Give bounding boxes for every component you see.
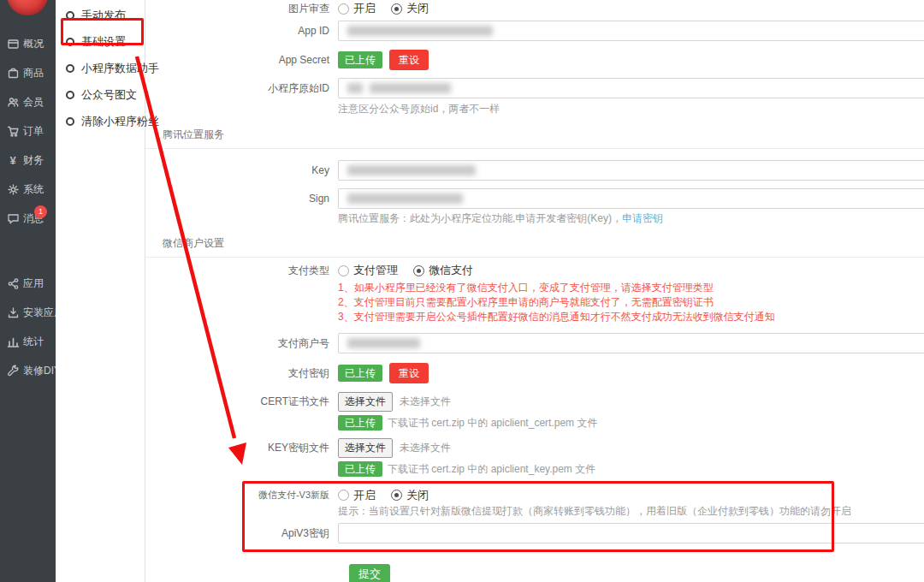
logo-avatar[interactable]	[7, 0, 48, 15]
apiv3-key-row: ApiV3密钥	[145, 523, 924, 543]
sidebar-item-label: 应用	[23, 276, 44, 291]
system-icon	[6, 183, 20, 196]
cert-file-choose-button[interactable]: 选择文件	[338, 392, 393, 412]
image-review-off-radio[interactable]	[391, 3, 402, 15]
original-id-input[interactable]	[338, 78, 924, 98]
v3-tip-text: 提示：当前设置只针对新版微信提现打款（商家转账到零钱功能），用着旧版（企业付款到…	[338, 505, 924, 518]
sidebar-item-statistics[interactable]: 统计	[0, 327, 56, 356]
v3-off-radio[interactable]	[391, 490, 402, 501]
sidebar-item-messages[interactable]: 消息 1	[0, 204, 56, 233]
pay-type-warning-notes: 1、如果小程序里已经没有了微信支付入口，变成了支付管理，请选择支付管理类型 2、…	[338, 281, 924, 324]
key-file-empty-text: 未选择文件	[400, 441, 451, 455]
sidebar-item-install-apps[interactable]: 安装应用	[0, 298, 56, 327]
key-file-row: KEY密钥文件 选择文件 未选择文件	[145, 438, 924, 458]
sidebar-item-label: 装修DIY	[23, 364, 56, 378]
pay-type-manage-radio[interactable]	[338, 265, 349, 276]
sidebar-item-label: 财务	[23, 153, 44, 168]
key-file-uploaded-badge[interactable]: 已上传	[338, 461, 382, 477]
wechat-pay-v3-row: 微信支付-V3新版 开启 关闭 提示：当前设置只针对新版微信提现打款（商家转账到…	[145, 489, 924, 518]
merchant-section-title: 微信商户设置	[145, 237, 924, 258]
redacted-value	[347, 26, 493, 36]
sidebar-item-system[interactable]: 系统	[0, 175, 56, 204]
redacted-value	[347, 83, 363, 93]
key-file-label: KEY密钥文件	[145, 442, 338, 454]
submenu-item-label: 手动发布	[81, 8, 126, 23]
merchant-no-label: 支付商户号	[145, 337, 338, 350]
install-apps-icon	[6, 306, 20, 319]
v3-on-label: 开启	[353, 488, 376, 503]
sidebar-item-apps[interactable]: 应用	[0, 269, 56, 298]
messages-badge: 1	[34, 205, 47, 218]
cert-file-label: CERT证书文件	[145, 395, 338, 408]
app-id-label: App ID	[145, 25, 338, 38]
finance-icon: ¥	[6, 154, 20, 167]
key-file-upload-note: 已上传 下载证书 cert.zip 中的 apiclient_key.pem 文…	[338, 461, 924, 477]
sign-row: Sign	[145, 188, 924, 209]
app-secret-reset-button[interactable]: 重设	[389, 50, 429, 70]
key-file-choose-button[interactable]: 选择文件	[338, 438, 393, 458]
redacted-value	[347, 193, 463, 204]
image-review-on-radio[interactable]	[338, 3, 349, 15]
key-file-note-text: 下载证书 cert.zip 中的 apiclient_key.pem 文件	[388, 463, 595, 475]
sidebar-item-decorate-diy[interactable]: 装修DIY	[0, 356, 56, 385]
orders-icon	[6, 125, 20, 138]
submit-button[interactable]: 提交	[349, 564, 390, 582]
radio-circle-icon	[66, 117, 74, 126]
wechat-pay-v3-label: 微信支付-V3新版	[145, 489, 338, 502]
pay-type-note-1: 1、如果小程序里已经没有了微信支付入口，变成了支付管理，请选择支付管理类型	[338, 281, 924, 295]
statistics-icon	[6, 336, 20, 348]
apiv3-key-input[interactable]	[338, 523, 924, 543]
radio-circle-icon	[66, 64, 74, 73]
app-secret-uploaded-badge[interactable]: 已上传	[338, 51, 382, 68]
merchant-no-row: 支付商户号	[145, 333, 924, 353]
merchant-no-input[interactable]	[338, 333, 924, 353]
apps-icon	[6, 277, 20, 290]
apply-key-link[interactable]: 申请密钥	[622, 212, 663, 224]
sidebar-item-finance[interactable]: ¥ 财务	[0, 146, 56, 175]
sidebar-item-orders[interactable]: 订单	[0, 116, 56, 146]
sidebar-item-goods[interactable]: 商品	[0, 58, 56, 87]
sidebar-item-label: 统计	[23, 335, 44, 349]
pay-secret-row: 支付密钥 已上传 重设	[145, 363, 924, 383]
image-review-off-label: 关闭	[406, 1, 429, 16]
redacted-value	[347, 338, 420, 348]
submenu-item-official-account-articles[interactable]: 公众号图文	[66, 81, 145, 108]
sidebar-item-label: 系统	[23, 182, 44, 197]
pay-type-wechat-label: 微信支付	[429, 263, 473, 278]
cert-file-note-text: 下载证书 cert.zip 中的 apiclient_cert.pem 文件	[388, 417, 597, 429]
submenu-item-basic-settings[interactable]: 基础设置	[66, 28, 145, 55]
key-input[interactable]	[338, 160, 924, 181]
members-icon	[6, 96, 20, 109]
overview-icon	[6, 38, 20, 50]
primary-nav-list: 概况 商品 会员 订单 ¥ 财务 系统	[0, 17, 56, 385]
sidebar-item-overview[interactable]: 概况	[0, 29, 56, 58]
key-row: Key	[145, 160, 924, 181]
app-id-input[interactable]	[338, 21, 924, 41]
app-secret-row: App Secret 已上传 重设	[145, 50, 924, 70]
secondary-sidebar: 手动发布 基础设置 小程序数据助手 公众号图文 清除小程序粉丝	[56, 0, 145, 582]
original-id-label: 小程序原始ID	[145, 82, 338, 95]
submenu-item-manual-publish[interactable]: 手动发布	[66, 2, 145, 28]
sidebar-item-label: 商品	[23, 66, 44, 80]
settings-form: 图片审查 开启 关闭 App ID App Secret 已上传 重设 小程序原…	[145, 0, 924, 582]
submenu-item-miniapp-data-assistant[interactable]: 小程序数据助手	[66, 55, 145, 81]
messages-icon	[6, 212, 20, 225]
pay-secret-uploaded-badge[interactable]: 已上传	[338, 365, 382, 382]
apiv3-key-label: ApiV3密钥	[145, 527, 338, 540]
submenu-item-label: 公众号图文	[81, 87, 137, 103]
primary-sidebar: 概况 商品 会员 订单 ¥ 财务 系统	[0, 0, 56, 582]
v3-on-radio[interactable]	[338, 490, 349, 501]
submenu-item-clear-miniapp-fans[interactable]: 清除小程序粉丝	[66, 108, 145, 134]
submenu-item-label: 基础设置	[81, 34, 126, 50]
pay-type-label: 支付类型	[145, 264, 338, 277]
sidebar-item-members[interactable]: 会员	[0, 87, 56, 116]
cert-file-uploaded-badge[interactable]: 已上传	[338, 415, 382, 431]
image-review-row: 图片审查 开启 关闭	[145, 2, 924, 15]
pay-secret-reset-button[interactable]: 重设	[389, 363, 429, 383]
pay-type-wechat-radio[interactable]	[413, 265, 424, 276]
cert-file-empty-text: 未选择文件	[400, 395, 451, 409]
sign-input[interactable]	[338, 188, 924, 209]
sidebar-item-label: 安装应用	[23, 306, 56, 320]
key-label: Key	[145, 164, 338, 177]
v3-off-label: 关闭	[406, 488, 429, 503]
